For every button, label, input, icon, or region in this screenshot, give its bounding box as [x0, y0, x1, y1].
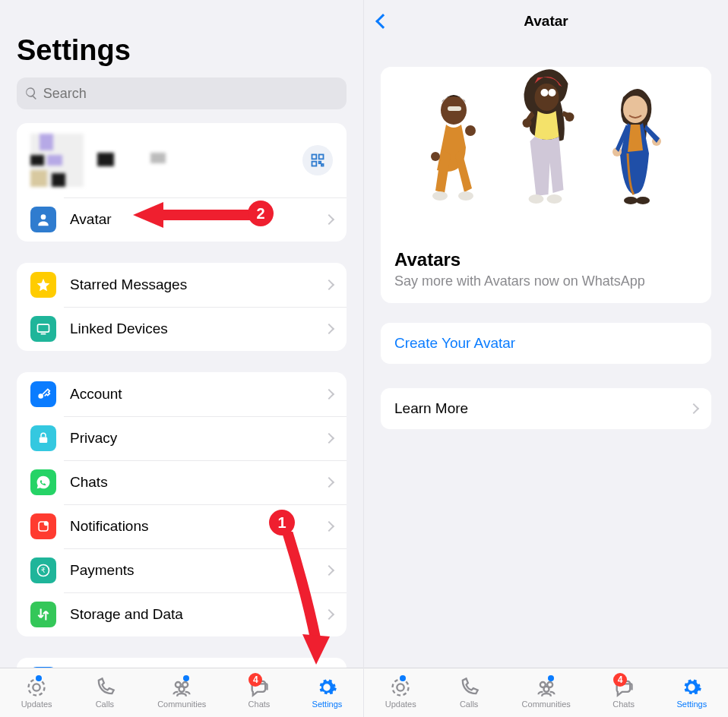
create-avatar-label: Create Your Avatar — [394, 335, 698, 352]
avatar-person-1 — [419, 84, 495, 243]
svg-point-10 — [45, 522, 49, 526]
svg-point-31 — [623, 96, 647, 123]
page-title: Settings — [17, 34, 347, 67]
svg-text:₹: ₹ — [41, 567, 46, 574]
tab-bar: Updates Calls Communities 4 Chats Settin… — [364, 668, 728, 717]
profile-name-redacted — [97, 153, 166, 168]
linked-row[interactable]: Linked Devices — [17, 307, 347, 351]
svg-rect-21 — [448, 106, 461, 111]
communities-icon — [536, 677, 557, 698]
rupee-icon: ₹ — [30, 557, 56, 583]
avatars-subtitle: Say more with Avatars now on WhatsApp — [394, 273, 698, 289]
starred-label: Starred Messages — [70, 276, 325, 293]
svg-point-23 — [458, 191, 473, 201]
chats-label: Chats — [70, 474, 325, 491]
tab-chats[interactable]: 4 Chats — [612, 677, 635, 709]
tab-label: Calls — [460, 700, 478, 709]
tab-communities[interactable]: Communities — [522, 677, 571, 709]
storage-icon — [30, 602, 56, 627]
lock-icon — [30, 425, 56, 451]
svg-point-16 — [33, 684, 40, 690]
phone-icon — [458, 677, 480, 698]
svg-point-37 — [397, 684, 404, 690]
svg-rect-4 — [321, 164, 324, 166]
tab-label: Chats — [248, 700, 271, 709]
svg-rect-1 — [319, 155, 324, 160]
communities-dot-icon — [548, 675, 554, 681]
account-row[interactable]: Account — [17, 372, 347, 416]
privacy-row[interactable]: Privacy — [17, 416, 347, 460]
chats-badge: 4 — [613, 673, 627, 687]
create-avatar-button[interactable]: Create Your Avatar — [381, 323, 711, 364]
chevron-right-icon — [324, 521, 334, 532]
search-input[interactable] — [17, 77, 347, 109]
star-icon — [30, 272, 56, 298]
chats-row[interactable]: Chats — [17, 460, 347, 504]
avatars-card: Avatars Say more with Avatars now on Wha… — [381, 67, 711, 303]
svg-rect-3 — [319, 162, 321, 164]
svg-point-22 — [432, 191, 448, 201]
avatar-person-2 — [502, 68, 590, 235]
whatsapp-icon — [30, 469, 56, 495]
avatars-illustration — [381, 67, 711, 242]
tab-communities[interactable]: Communities — [157, 677, 206, 709]
tab-label: Chats — [612, 700, 635, 709]
tab-label: Updates — [385, 700, 416, 709]
tab-label: Settings — [312, 700, 343, 709]
chevron-right-icon — [324, 280, 334, 290]
svg-point-40 — [543, 687, 549, 692]
learn-more-row[interactable]: Learn More — [381, 388, 711, 429]
tab-calls[interactable]: Calls — [94, 677, 116, 709]
linked-icon — [30, 316, 56, 342]
chevron-right-icon — [324, 324, 334, 334]
linked-label: Linked Devices — [70, 321, 325, 337]
svg-point-26 — [535, 84, 559, 111]
tab-bar: Updates Calls Communities 4 Chats Settin… — [0, 668, 363, 717]
updates-dot-icon — [36, 675, 42, 681]
callout-2: 2 — [248, 201, 274, 226]
svg-rect-8 — [40, 437, 48, 444]
arrow-annotation-2 — [133, 200, 255, 230]
qr-button[interactable] — [302, 145, 333, 175]
svg-point-7 — [38, 393, 43, 399]
svg-point-32 — [624, 197, 638, 204]
nav-title: Avatar — [524, 13, 568, 30]
profile-row[interactable] — [17, 123, 347, 197]
qr-icon — [310, 153, 325, 168]
notifications-icon — [30, 513, 56, 539]
avatar-person-3 — [597, 82, 673, 242]
key-icon — [30, 381, 56, 407]
svg-point-15 — [29, 680, 45, 696]
svg-point-25 — [431, 152, 440, 161]
callout-1: 1 — [269, 510, 295, 535]
back-button[interactable] — [375, 14, 391, 29]
tab-settings[interactable]: Settings — [676, 677, 707, 709]
avatars-heading: Avatars — [394, 249, 698, 270]
avatar-icon — [30, 207, 56, 232]
gear-icon — [316, 677, 337, 698]
starred-linked-group: Starred Messages Linked Devices — [17, 263, 347, 351]
tab-updates[interactable]: Updates — [21, 677, 52, 709]
svg-point-19 — [179, 687, 185, 692]
search-field[interactable] — [43, 86, 339, 102]
tab-label: Updates — [21, 700, 52, 709]
svg-rect-0 — [312, 155, 317, 160]
svg-point-24 — [465, 125, 476, 136]
svg-point-5 — [41, 214, 46, 220]
tab-label: Communities — [157, 700, 206, 709]
updates-dot-icon — [400, 675, 406, 681]
search-icon — [24, 86, 39, 101]
tab-label: Communities — [522, 700, 571, 709]
chevron-right-icon — [324, 433, 334, 444]
arrow-annotation-1 — [280, 532, 333, 668]
communities-icon — [171, 677, 192, 698]
tab-calls[interactable]: Calls — [458, 677, 480, 709]
tab-settings[interactable]: Settings — [312, 677, 343, 709]
tab-updates[interactable]: Updates — [385, 677, 416, 709]
privacy-label: Privacy — [70, 430, 325, 447]
chevron-right-icon — [688, 403, 699, 414]
tab-chats[interactable]: 4 Chats — [248, 677, 271, 709]
svg-rect-6 — [38, 324, 49, 332]
starred-row[interactable]: Starred Messages — [17, 263, 347, 307]
svg-point-33 — [636, 197, 650, 204]
